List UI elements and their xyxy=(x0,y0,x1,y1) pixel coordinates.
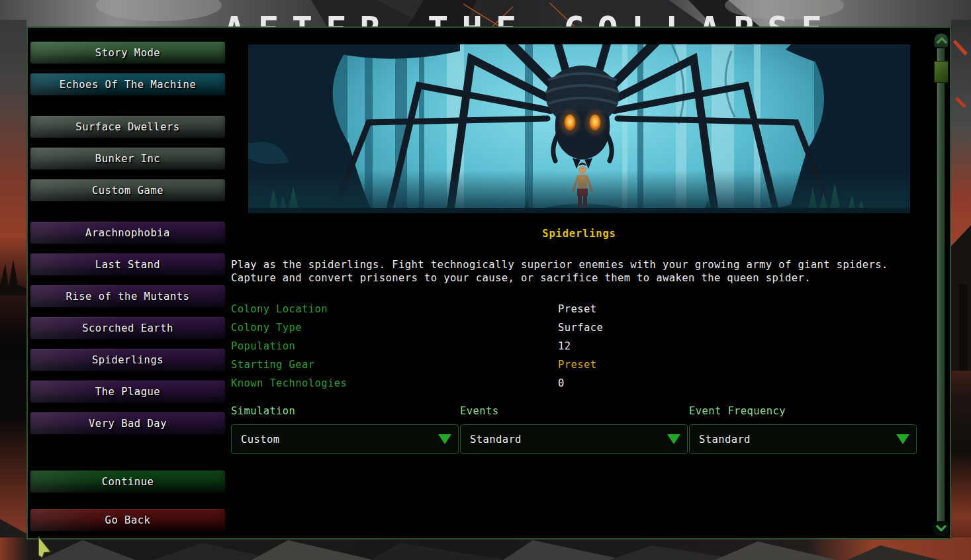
button-label: Scorched Earth xyxy=(82,322,173,334)
scenario-image xyxy=(248,44,910,213)
dropdown-arrow-icon xyxy=(667,434,680,444)
dropdown-value: Custom xyxy=(232,434,279,445)
button-label: Surface Dwellers xyxy=(75,121,179,133)
setting-events: Events Standard xyxy=(460,405,688,454)
setting-simulation: Simulation Custom xyxy=(231,405,459,454)
go-back-button[interactable]: Go Back xyxy=(30,508,226,532)
property-label: Starting Gear xyxy=(231,359,315,371)
sidebar-gap xyxy=(30,443,226,470)
sidebar-gap xyxy=(30,210,226,221)
setting-label: Event Frequency xyxy=(689,405,917,417)
property-row: Starting Gear Preset xyxy=(231,356,919,375)
scroll-down-button[interactable] xyxy=(934,522,948,536)
property-label: Population xyxy=(231,340,295,352)
property-label: Known Technologies xyxy=(231,377,347,389)
button-label: Echoes Of The Machine xyxy=(60,79,196,91)
button-label: Spiderlings xyxy=(92,354,163,366)
events-dropdown[interactable]: Standard xyxy=(460,424,688,454)
continue-button[interactable]: Continue xyxy=(30,470,226,493)
button-label: Go Back xyxy=(105,514,151,526)
button-label: Bunker Inc xyxy=(95,153,160,165)
property-value: 0 xyxy=(558,377,565,389)
button-label: The Plague xyxy=(95,386,160,398)
screen: AFTER THE COLLAPSE Story Mode Echoes Of … xyxy=(0,0,971,560)
description-line: Play as the spiderlings. Fight technogic… xyxy=(231,258,919,271)
chevron-up-icon xyxy=(937,37,947,44)
chevron-down-icon xyxy=(936,525,947,532)
property-label: Colony Location xyxy=(231,303,328,315)
dropdown-value: Standard xyxy=(461,434,522,445)
setting-label: Simulation xyxy=(231,405,459,417)
sidebar-button-custom-game[interactable]: Custom Game xyxy=(30,179,226,202)
setting-event-frequency: Event Frequency Standard xyxy=(689,405,917,454)
property-value: Preset xyxy=(558,359,596,371)
property-row: Colony Location Preset xyxy=(231,301,919,319)
simulation-dropdown[interactable]: Custom xyxy=(231,424,459,454)
sidebar-button-bunker-inc[interactable]: Bunker Inc xyxy=(30,147,226,170)
sidebar-gap xyxy=(30,105,226,115)
setting-label: Events xyxy=(460,405,688,417)
scroll-up-button[interactable] xyxy=(934,33,948,48)
scenario-title: Spiderlings xyxy=(248,228,910,240)
sidebar-button-arachnophobia[interactable]: Arachnophobia xyxy=(30,221,226,244)
property-row: Colony Type Surface xyxy=(231,319,919,338)
property-value: 12 xyxy=(558,340,571,352)
dropdown-arrow-icon xyxy=(438,434,451,444)
sidebar-button-rise-of-the-mutants[interactable]: Rise of the Mutants xyxy=(30,285,226,308)
button-label: Rise of the Mutants xyxy=(66,291,190,303)
button-label: Custom Game xyxy=(92,185,163,197)
sidebar-gap xyxy=(30,502,226,508)
property-row: Known Technologies 0 xyxy=(231,375,919,393)
scrollbar-track[interactable] xyxy=(937,48,945,522)
sidebar-button-very-bad-day[interactable]: Very Bad Day xyxy=(30,412,226,435)
sidebar-button-spiderlings[interactable]: Spiderlings xyxy=(30,348,226,371)
button-label: Arachnophobia xyxy=(85,227,170,239)
event-frequency-dropdown[interactable]: Standard xyxy=(689,424,917,454)
mouse-cursor xyxy=(38,536,54,559)
property-value: Preset xyxy=(558,303,596,315)
sidebar-button-surface-dwellers[interactable]: Surface Dwellers xyxy=(30,115,226,138)
scenario-select-panel: Story Mode Echoes Of The Machine Surface… xyxy=(26,26,951,539)
sidebar: Story Mode Echoes Of The Machine Surface… xyxy=(30,41,226,540)
sidebar-button-scorched-earth[interactable]: Scorched Earth xyxy=(30,316,226,340)
sidebar-button-last-stand[interactable]: Last Stand xyxy=(30,253,226,276)
property-value: Surface xyxy=(558,322,603,334)
scrollbar-thumb[interactable] xyxy=(934,61,948,83)
description-line: Capture and convert prisoners to your ca… xyxy=(231,271,919,285)
scenario-description: Play as the spiderlings. Fight technogic… xyxy=(231,258,919,285)
button-label: Last Stand xyxy=(95,259,160,271)
button-label: Very Bad Day xyxy=(89,418,167,430)
dropdown-value: Standard xyxy=(690,434,751,445)
scrollbar[interactable] xyxy=(934,33,948,536)
sidebar-button-echoes-of-the-machine[interactable]: Echoes Of The Machine xyxy=(30,73,226,96)
button-label: Continue xyxy=(102,476,154,488)
sidebar-button-story-mode[interactable]: Story Mode xyxy=(30,41,226,64)
property-row: Population 12 xyxy=(231,338,919,356)
sidebar-button-the-plague[interactable]: The Plague xyxy=(30,380,226,403)
button-label: Story Mode xyxy=(95,47,160,59)
scenario-properties: Colony Location Preset Colony Type Surfa… xyxy=(231,301,919,393)
property-label: Colony Type xyxy=(231,322,302,334)
dropdown-arrow-icon xyxy=(896,434,909,444)
